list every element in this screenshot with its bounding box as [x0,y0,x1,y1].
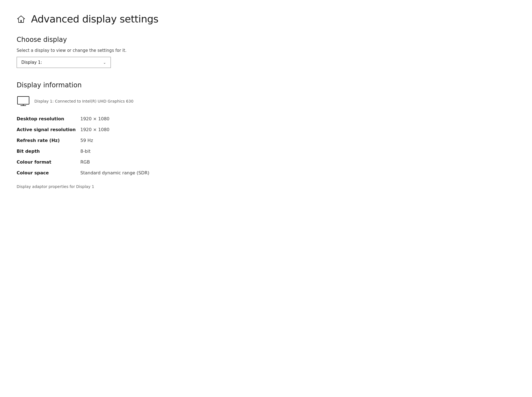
choose-display-heading: Choose display [17,36,233,44]
info-label-desktop-resolution: Desktop resolution [17,113,80,124]
chevron-down-icon: ⌄ [103,60,106,65]
display-info-table: Desktop resolution 1920 × 1080 Active si… [17,113,233,178]
choose-display-section: Choose display Select a display to view … [17,36,233,68]
monitor-row: Display 1: Connected to Intel(R) UHD Gra… [17,96,233,107]
info-label-bit-depth: Bit depth [17,146,80,157]
info-label-active-signal-resolution: Active signal resolution [17,124,80,135]
display-information-section: Display information Display 1: Connected… [17,81,233,189]
display-dropdown[interactable]: Display 1: ⌄ [17,57,111,68]
info-value-colour-space: Standard dynamic range (SDR) [80,167,233,178]
info-value-desktop-resolution: 1920 × 1080 [80,113,233,124]
display-information-heading: Display information [17,81,233,89]
monitor-connection-label: Display 1: Connected to Intel(R) UHD Gra… [34,99,134,103]
display-dropdown-selected: Display 1: [21,60,42,65]
info-value-colour-format: RGB [80,157,233,167]
page-title: Advanced display settings [31,13,158,25]
info-value-refresh-rate: 59 Hz [80,135,233,146]
monitor-icon [17,96,30,107]
page-header: Advanced display settings [17,13,233,25]
home-icon[interactable] [17,15,25,24]
svg-rect-0 [17,96,29,104]
info-value-bit-depth: 8-bit [80,146,233,157]
info-label-colour-space: Colour space [17,167,80,178]
info-value-active-signal-resolution: 1920 × 1080 [80,124,233,135]
choose-display-description: Select a display to view or change the s… [17,48,233,53]
adapter-properties-link[interactable]: Display adaptor properties for Display 1 [17,184,94,189]
info-label-colour-format: Colour format [17,157,80,167]
info-label-refresh-rate: Refresh rate (Hz) [17,135,80,146]
